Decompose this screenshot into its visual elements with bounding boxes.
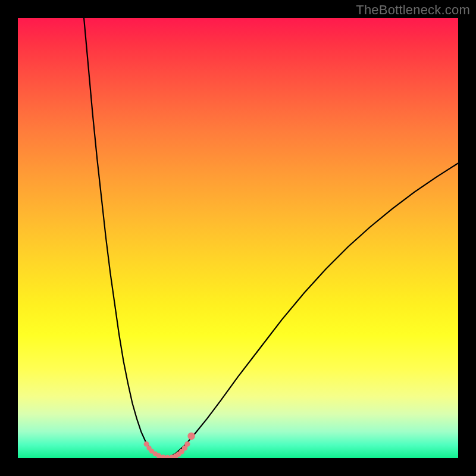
right-curve — [168, 163, 458, 458]
highlight-markers — [144, 433, 195, 458]
marker-point — [187, 433, 195, 440]
chart-frame: TheBottleneck.com — [0, 0, 476, 476]
plot-area — [18, 18, 458, 458]
marker-point — [184, 441, 190, 447]
watermark-text: TheBottleneck.com — [356, 2, 470, 18]
left-curve — [84, 18, 168, 458]
curves-svg — [18, 18, 458, 458]
